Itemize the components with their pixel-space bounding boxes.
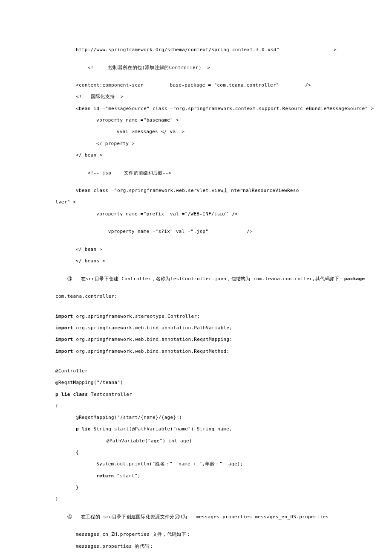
text: <!-- 控制器所在的包(添加注解的 [88, 65, 169, 70]
code-line: com.teana.controller; [55, 293, 337, 299]
text-bold: import [55, 325, 73, 331]
code-line: vval >messages </ val > [55, 129, 337, 135]
code-line: <!-- 国际化支持--> [55, 94, 337, 100]
text: vproperty name ="basename" > [96, 117, 179, 123]
text: System.out.println("姓名："+ name + ",年龄："+… [96, 461, 243, 467]
text: @PathVariable("age") int age) [107, 438, 192, 444]
text: org.springframework.stereotype.Controlle… [73, 314, 200, 319]
text: vval >messages </ val > [117, 129, 184, 134]
text: base-package = "com.teana.controller" [170, 82, 279, 88]
code-line: return "start"; [55, 473, 337, 479]
code-line: System.out.println("姓名："+ name + ",年龄："+… [55, 461, 337, 467]
text: } [76, 485, 79, 490]
code-line: import org.springframework.stereotype.Co… [55, 314, 337, 320]
text: vproperty name ="s?ix" val =".jsp" [108, 229, 208, 234]
text: "start"; [117, 473, 140, 479]
text: </ bean > [76, 247, 102, 252]
code-line: messages.properties 的代码： [55, 543, 337, 549]
text: @ReqstMapping("/teana") [55, 380, 123, 385]
code-line: </ bean > [55, 152, 337, 158]
text: org.springframework.web.bind.annotation.… [73, 349, 230, 354]
text: messages_cn_ZH.properties 文件，代码如下： [76, 532, 191, 537]
code-line: </ property > [55, 141, 337, 147]
text: vbean class ="org.springframework.web.se… [76, 188, 299, 193]
document-page: http://www.springframework.Org/schema/co… [0, 0, 392, 555]
text: 目录下创建 Controller，名称为 [95, 276, 170, 282]
text: ③ 在 [67, 276, 86, 282]
code-line: http://www.springframework.Org/schema/co… [55, 47, 337, 53]
text: { [76, 450, 79, 455]
text: v/ beans > [76, 258, 105, 264]
code-line: </ bean > [55, 247, 337, 253]
text: 文件的前缀和后缀--> [124, 170, 171, 176]
text: <!-- jsp [88, 170, 111, 176]
code-line: vproperty name ="basename" > [55, 117, 337, 123]
text: @Controller [55, 368, 88, 374]
text: com.teana.controller; [55, 293, 117, 299]
code-line: import org.springframework.web.bind.anno… [55, 337, 337, 343]
text-bold: import [55, 337, 73, 342]
code-line: v/ beans > [55, 258, 337, 264]
text: /> [247, 229, 253, 234]
code-line: <!-- jsp文件的前缀和后缀--> [55, 164, 337, 182]
text-line: ④ 在工程的 src目录下创建国际化资源文件分另U为 messages.prop… [55, 508, 337, 526]
code-line: import org.springframework.web.bind.anno… [55, 349, 337, 355]
code-line: { [55, 403, 337, 409]
text: > [334, 47, 337, 53]
text: String start(@PathVariable("name") Strin… [94, 426, 232, 432]
code-line: } [55, 485, 337, 491]
text-bold: package [344, 276, 365, 282]
text: src [86, 276, 95, 282]
text-line: ③ 在src目录下创建 Controller，名称为TestController… [55, 270, 337, 288]
text: { [55, 403, 58, 409]
text-bold: return [96, 473, 117, 479]
code-line: vproperty name ="prefix" val ="/WEB-INF/… [55, 211, 337, 217]
text: ④ 在工程的 src目录下创建国际化资源文件分另U为 [67, 514, 187, 520]
text-bold: import [55, 349, 73, 354]
code-line: import org.springframework.web.bind.anno… [55, 325, 337, 331]
text: Controller)--> [169, 65, 210, 70]
code-line: p lie class Testcontroller [55, 392, 337, 398]
code-line: <bean id ="messageSource" class ="org.sp… [55, 106, 337, 112]
text: Testcontroller [91, 392, 132, 397]
text: org.springframework.web.bind.annotation.… [73, 325, 233, 331]
code-line: @ReqstMapping("/start/{name}/{age}") [55, 415, 337, 421]
text: </ property > [96, 141, 135, 146]
text: messages.properties 的代码： [76, 543, 154, 549]
code-line: { [55, 450, 337, 456]
text-bold: import [55, 314, 73, 319]
text: ，包结构为 com.teana.controller,其代码如下： [226, 276, 344, 282]
code-line: <!-- 控制器所在的包(添加注解的Controller)--> [55, 58, 337, 77]
code-line: vbean class ="org.springframework.web.se… [55, 188, 337, 194]
code-line: vproperty name ="s?ix" val =".jsp"/> [55, 223, 337, 241]
text: messages.properties messages_en_US.prope… [187, 514, 329, 520]
code-line: messages_cn_ZH.properties 文件，代码如下： [55, 532, 337, 538]
text: @ReqstMapping("/start/{name}/{age}") [76, 415, 182, 420]
text: </ bean > [76, 152, 102, 158]
code-line: @ReqstMapping("/teana") [55, 380, 337, 386]
text: <bean id ="messageSource" class ="org.sp… [76, 106, 374, 111]
text: <!-- 国际化支持--> [76, 94, 124, 99]
text: http://www.springframework.Org/schema/co… [76, 47, 280, 53]
text-bold: p lie class [55, 392, 91, 397]
code-line: @PathVariable("age") int age) [55, 438, 337, 444]
code-line: <context:component-scan base-package = "… [55, 82, 337, 88]
text-bold: p lie [76, 426, 94, 432]
code-line: } [55, 496, 337, 502]
code-line: lver" > [55, 199, 337, 205]
code-line: @Controller [55, 368, 337, 374]
code-line: p lie String start(@PathVariable("name")… [55, 426, 337, 432]
text: } [55, 496, 58, 502]
text: org.springframework.web.bind.annotation.… [73, 337, 233, 342]
text: /> [305, 82, 311, 88]
text: <context:component-scan [76, 82, 144, 88]
text: vproperty name ="prefix" val ="/WEB-INF/… [96, 211, 238, 217]
text: TestController.java [170, 276, 227, 282]
text: lver" > [55, 199, 76, 205]
